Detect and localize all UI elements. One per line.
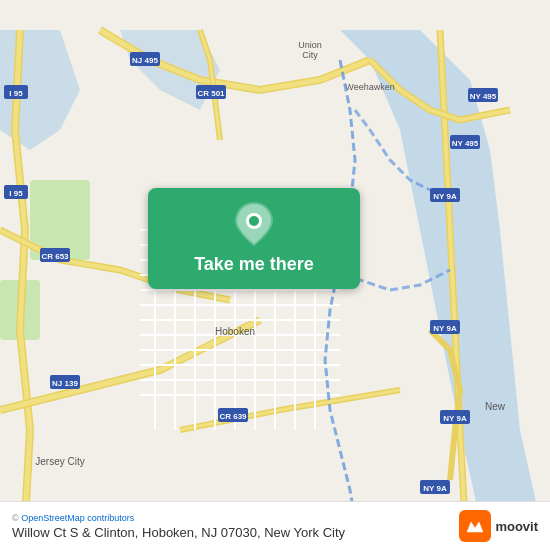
svg-text:CR 639: CR 639 [219,412,247,421]
svg-text:I 95: I 95 [9,89,23,98]
svg-text:NY 9A: NY 9A [443,414,467,423]
svg-text:CR 653: CR 653 [41,252,69,261]
svg-text:NY 495: NY 495 [452,139,479,148]
map-pin-icon [235,202,273,246]
svg-text:NJ 495: NJ 495 [132,56,158,65]
map-container: I 95 I 95 NJ 495 CR 501 CR 653 NJ 139 CR… [0,0,550,550]
svg-text:I 95: I 95 [9,189,23,198]
svg-text:Union: Union [298,40,322,50]
address-text: Willow Ct S & Clinton, Hoboken, NJ 07030… [12,525,345,540]
osm-link[interactable]: OpenStreetMap contributors [21,513,134,523]
svg-text:NY 9A: NY 9A [433,192,457,201]
svg-text:City: City [302,50,318,60]
svg-text:NY 495: NY 495 [470,92,497,101]
take-me-there-button[interactable]: Take me there [148,188,360,289]
osm-credit: © OpenStreetMap contributors [12,513,345,523]
moovit-icon [459,510,491,542]
button-label: Take me there [194,254,314,275]
svg-text:NJ 139: NJ 139 [52,379,78,388]
moovit-logo: moovit [459,510,538,542]
moovit-text: moovit [495,519,538,534]
svg-text:CR 501: CR 501 [197,89,225,98]
svg-point-61 [249,216,259,226]
svg-text:Jersey City: Jersey City [35,456,84,467]
svg-text:NY 9A: NY 9A [423,484,447,493]
svg-text:NY 9A: NY 9A [433,324,457,333]
osm-copyright: © [12,513,19,523]
svg-text:Hoboken: Hoboken [215,326,255,337]
bottom-bar: © OpenStreetMap contributors Willow Ct S… [0,501,550,550]
svg-text:Weehawken: Weehawken [345,82,394,92]
address-section: © OpenStreetMap contributors Willow Ct S… [12,513,345,540]
svg-text:New: New [485,401,506,412]
